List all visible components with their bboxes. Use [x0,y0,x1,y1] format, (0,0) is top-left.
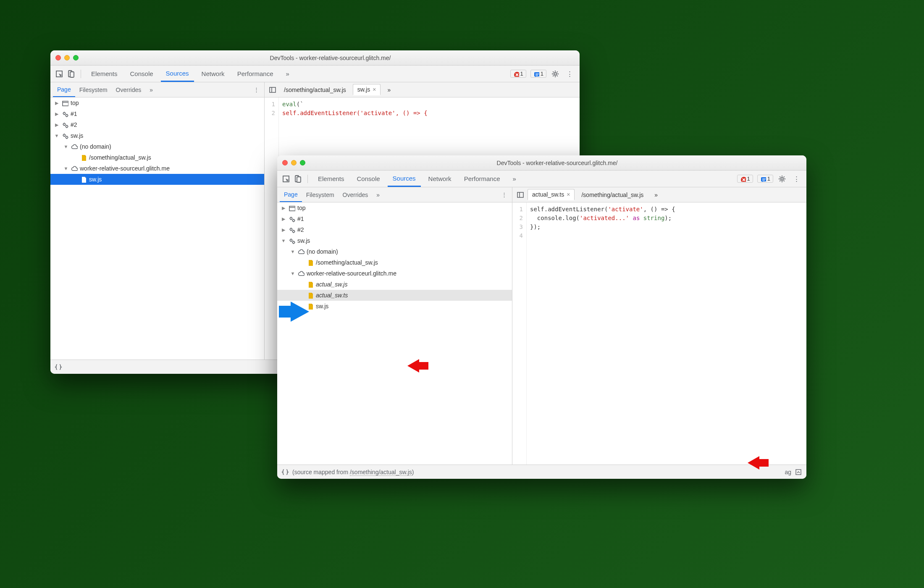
subtabs-overflow[interactable]: » [145,82,157,97]
message-badge[interactable]: 1 [530,70,546,78]
tree-item[interactable]: ▶#2 [277,224,512,235]
file-tabs-overflow[interactable]: » [383,85,395,95]
tabs-overflow[interactable]: » [508,171,521,187]
subtab-filesystem[interactable]: Filesystem [75,82,112,97]
tab-console[interactable]: Console [125,66,158,82]
sidebar-more-icon[interactable]: ⋮ [251,87,262,93]
braces-icon[interactable] [55,363,62,371]
tree-item[interactable]: sw.js [50,174,264,185]
tree-item[interactable]: ▼worker-relative-sourceurl.glitch.me [277,268,512,279]
tree-item[interactable]: actual_sw.js [277,279,512,290]
file-tab[interactable]: actual_sw.ts× [528,189,575,200]
titlebar: DevTools - worker-relative-sourceurl.gli… [50,50,580,66]
error-badge[interactable]: 1 [737,175,753,183]
titlebar: DevTools - worker-relative-sourceurl.gli… [277,155,806,171]
more-icon[interactable]: ⋮ [791,175,802,183]
tree-item[interactable]: ▼sw.js [50,130,264,141]
close-window-button[interactable] [282,160,288,165]
message-badge[interactable]: 1 [757,175,773,183]
tree-item[interactable]: ▼(no domain) [50,141,264,152]
close-window-button[interactable] [55,55,61,60]
settings-icon[interactable] [549,70,562,78]
tab-console[interactable]: Console [352,171,385,187]
tab-network[interactable]: Network [197,66,230,82]
window-title: DevTools - worker-relative-sourceurl.gli… [313,160,801,166]
main-toolbar: Elements Console Sources Network Perform… [50,66,580,82]
annotation-arrow-red [748,456,759,470]
device-toggle-icon[interactable] [66,69,76,79]
tree-item[interactable]: /something/actual_sw.js [277,257,512,268]
more-icon[interactable]: ⋮ [564,70,575,78]
settings-icon[interactable] [776,175,788,183]
code-editor[interactable]: 1234 self.addEventListener('activate', (… [512,202,806,465]
tab-sources[interactable]: Sources [161,66,194,82]
tree-item[interactable]: ▶#2 [50,119,264,130]
tree-item[interactable]: ▼(no domain) [277,246,512,257]
code-content: self.addEventListener('activate', () => … [527,202,806,465]
inspect-icon[interactable] [281,174,291,184]
footer: (source mapped from /something/actual_sw… [277,465,806,479]
device-toggle-icon[interactable] [293,174,302,184]
navigator-toggle-icon[interactable] [516,190,525,200]
braces-icon[interactable] [281,468,289,476]
minimize-window-button[interactable] [291,160,297,165]
maximize-window-button[interactable] [73,55,79,60]
tab-elements[interactable]: Elements [86,66,123,82]
tree-item[interactable]: sw.js [277,301,512,312]
tab-elements[interactable]: Elements [313,171,349,187]
tab-performance[interactable]: Performance [459,171,505,187]
close-icon[interactable]: × [373,86,376,93]
tree-item[interactable]: ▶#1 [50,108,264,119]
file-tabs-overflow[interactable]: » [650,190,662,200]
subtab-overrides[interactable]: Overrides [112,82,146,97]
tree-item[interactable]: ▶#1 [277,213,512,224]
tree-item[interactable]: ▼sw.js [277,235,512,246]
tree-item[interactable]: ▶top [277,202,512,213]
minimize-window-button[interactable] [64,55,70,60]
tree-item[interactable]: /something/actual_sw.js [50,152,264,163]
close-icon[interactable]: × [567,191,570,198]
tab-sources[interactable]: Sources [388,171,421,187]
maximize-window-button[interactable] [300,160,305,165]
source-map-info: (source mapped from /something/actual_sw… [292,469,414,475]
tab-performance[interactable]: Performance [232,66,278,82]
window-title: DevTools - worker-relative-sourceurl.gli… [86,55,575,61]
file-tab[interactable]: /something/actual_sw.js [577,190,648,200]
tabs-overflow[interactable]: » [281,66,294,82]
tree-item[interactable]: actual_sw.ts [277,290,512,301]
file-tab[interactable]: /something/actual_sw.js [280,85,350,95]
tree-item[interactable]: ▶top [50,97,264,108]
source-map-link[interactable]: /something/actual_sw.js [350,469,412,476]
navigator-toggle-icon[interactable] [268,85,277,94]
file-tree: ▶top▶#1▶#2▼sw.js▼(no domain)/something/a… [50,97,265,360]
tree-item[interactable]: ▼worker-relative-sourceurl.glitch.me [50,163,264,174]
subtab-page[interactable]: Page [280,187,302,202]
coverage-icon[interactable] [795,468,802,476]
file-tab[interactable]: sw.js× [353,84,381,95]
main-toolbar: Elements Console Sources Network Perform… [277,171,806,187]
tab-network[interactable]: Network [423,171,457,187]
sidebar-more-icon[interactable]: ⋮ [499,192,509,198]
annotation-arrow-blue [291,302,309,322]
error-badge[interactable]: 1 [510,70,526,78]
subtab-overrides[interactable]: Overrides [339,187,373,202]
subtab-filesystem[interactable]: Filesystem [302,187,339,202]
subtab-page[interactable]: Page [53,82,75,97]
subtabs-overflow[interactable]: » [372,187,384,202]
annotation-arrow-red [407,359,419,373]
file-tree: ▶top▶#1▶#2▼sw.js▼(no domain)/something/a… [277,202,512,465]
inspect-icon[interactable] [55,69,64,79]
